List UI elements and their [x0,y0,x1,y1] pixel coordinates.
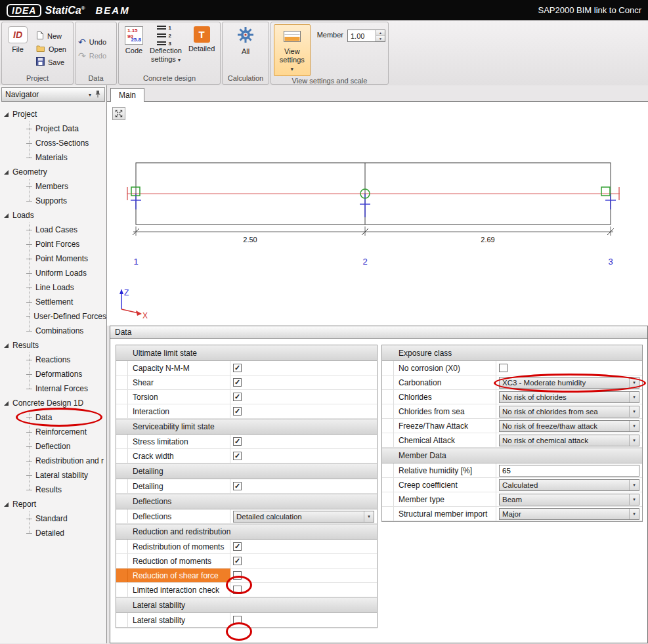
fit-to-view-button[interactable] [112,107,125,120]
structural-member-import-dropdown[interactable]: Major ▾ [499,508,639,520]
spinner-down-button[interactable]: ▼ [376,36,385,41]
reduction-shear-force-checkbox[interactable] [233,571,242,580]
nav-item-materials[interactable]: Materials [0,150,106,165]
save-button[interactable]: Save [36,56,66,68]
nav-child-label: Materials [35,153,68,162]
tree-branch-icon [26,259,32,259]
nav-item-internal-forces[interactable]: Internal Forces [0,381,106,396]
nav-child-label: Lateral stability [35,471,88,480]
tree-branch-icon [26,389,32,389]
creep-coefficient-dropdown[interactable]: Calculated ▾ [499,479,639,491]
spinner-up-button[interactable]: ▲ [376,30,385,36]
undo-button[interactable]: ↶ Undo [78,37,114,48]
nav-item-geometry[interactable]: Geometry [0,165,106,179]
nav-item-deformations[interactable]: Deformations [0,367,106,381]
freeze-thaw-dropdown[interactable]: No risk of freeze/thaw attack ▾ [499,420,639,432]
row-gutter [382,419,394,433]
member-type-dropdown[interactable]: Beam ▾ [499,494,639,505]
nav-item-members[interactable]: Members [0,179,106,194]
detailed-button-label: Detailed [188,45,215,53]
open-button[interactable]: Open [36,43,66,54]
table-row: Capacity N-M-M ✓ [116,361,377,376]
stress-limitation-checkbox[interactable]: ✓ [233,437,242,446]
new-button[interactable]: New [36,30,66,41]
lateral-stability-checkbox[interactable] [233,616,242,624]
calculate-all-button[interactable]: All [234,24,257,74]
nav-item-user-defined-forces[interactable]: User-Defined Forces [0,309,106,324]
expander-icon[interactable] [4,213,9,218]
row-label: Capacity N-M-M [128,361,230,375]
row-gutter [382,404,394,418]
no-corrosion-checkbox[interactable] [499,364,508,372]
table-row: Freeze/Thaw Attack No risk of freeze/tha… [382,419,642,433]
table-row: Lateral stability [116,613,377,628]
nav-item-uniform-loads[interactable]: Uniform Loads [0,266,106,280]
redistribution-moments-checkbox[interactable]: ✓ [233,542,242,551]
reduction-moments-checkbox[interactable]: ✓ [233,557,242,565]
tree-branch-icon [26,302,32,303]
ribbon-group-label-project: Project [2,74,73,84]
nav-item-point-moments[interactable]: Point Moments [0,251,106,266]
detailing-checkbox[interactable]: ✓ [233,482,242,490]
file-button[interactable]: ID File [5,24,31,74]
expander-icon[interactable] [4,401,9,406]
expander-icon[interactable] [4,502,9,507]
nav-item-standard[interactable]: Standard [0,511,106,526]
nav-item-reactions[interactable]: Reactions [0,353,106,367]
tab-main[interactable]: Main [110,88,144,102]
chemical-attack-dropdown[interactable]: No risk of chemical attack ▾ [499,435,639,446]
nav-item-results-design[interactable]: Results [0,483,106,497]
expander-icon[interactable] [4,112,9,117]
member-scale-spinner[interactable]: 1.00 ▲ ▼ [347,30,385,42]
data-panel: Data Ultimate limit state Capacity N-M-M… [110,326,648,643]
nav-item-concrete-design-1d[interactable]: Concrete Design 1D [0,396,106,410]
nav-item-loads[interactable]: Loads [0,208,106,223]
chevron-down-icon[interactable]: ▾ [89,92,91,98]
nav-item-settlement[interactable]: Settlement [0,295,106,309]
nav-item-project[interactable]: Project [0,107,106,121]
relative-humidity-input[interactable] [499,465,639,477]
row-gutter [116,435,128,448]
navigator-panel: Navigator ▾ Project Project Data Cross-S… [0,85,107,643]
carbonation-dropdown[interactable]: XC3 - Moderate humidity ▾ [499,377,639,389]
nav-item-reinforcement[interactable]: Reinforcement [0,425,106,439]
chlorides-dropdown[interactable]: No risk of chlorides ▾ [499,391,639,403]
nav-item-supports[interactable]: Supports [0,194,106,208]
redo-button[interactable]: ↷ Redo [78,51,114,62]
expander-icon[interactable] [4,170,9,175]
crack-width-checkbox[interactable]: ✓ [233,452,242,460]
nav-item-point-forces[interactable]: Point Forces [0,237,106,251]
nav-item-lateral-stability[interactable]: Lateral stability [0,468,106,483]
chlorides-from-sea-dropdown[interactable]: No risk of chlorides from sea ▾ [499,406,639,418]
nav-item-results[interactable]: Results [0,338,106,353]
span-right-dimension: 2.69 [481,236,494,244]
expander-icon[interactable] [4,343,9,348]
view-settings-button[interactable]: Viewsettings ▾ [274,24,311,76]
nav-item-combinations[interactable]: Combinations [0,324,106,338]
detailed-button[interactable]: T Detailed [185,24,218,74]
tree-branch-icon [26,288,32,288]
nav-item-detailed-report[interactable]: Detailed [0,526,106,540]
code-button[interactable]: 1.15 90 25.8 Code [121,24,146,74]
nav-item-load-cases[interactable]: Load Cases [0,223,106,237]
nav-item-line-loads[interactable]: Line Loads [0,280,106,295]
deflections-dropdown[interactable]: Detailed calculation ▾ [233,511,374,523]
section-header: Serviceability limit state [116,419,377,435]
row-gutter [382,361,394,375]
nav-item-redistribution[interactable]: Redistribution and r [0,454,106,468]
nav-item-deflection[interactable]: Deflection [0,439,106,454]
interaction-checkbox[interactable]: ✓ [233,407,242,416]
pin-icon[interactable] [95,90,101,100]
torsion-checkbox[interactable]: ✓ [233,393,242,401]
shear-checkbox[interactable]: ✓ [233,378,242,387]
row-label: Torsion [128,390,230,404]
nav-item-project-data[interactable]: Project Data [0,121,106,136]
check-mark: ✓ [234,364,240,372]
nav-item-data[interactable]: Data [0,410,106,425]
limited-interaction-checkbox[interactable] [233,586,242,594]
nav-item-cross-sections[interactable]: Cross-Sections [0,136,106,150]
nav-item-report[interactable]: Report [0,497,106,511]
deflection-settings-button[interactable]: 1 2 3 Deflectionsettings ▾ [146,24,185,74]
capacity-checkbox[interactable]: ✓ [233,364,242,372]
nav-section-loads: Loads Load Cases Point Forces Point Mome… [0,208,106,338]
